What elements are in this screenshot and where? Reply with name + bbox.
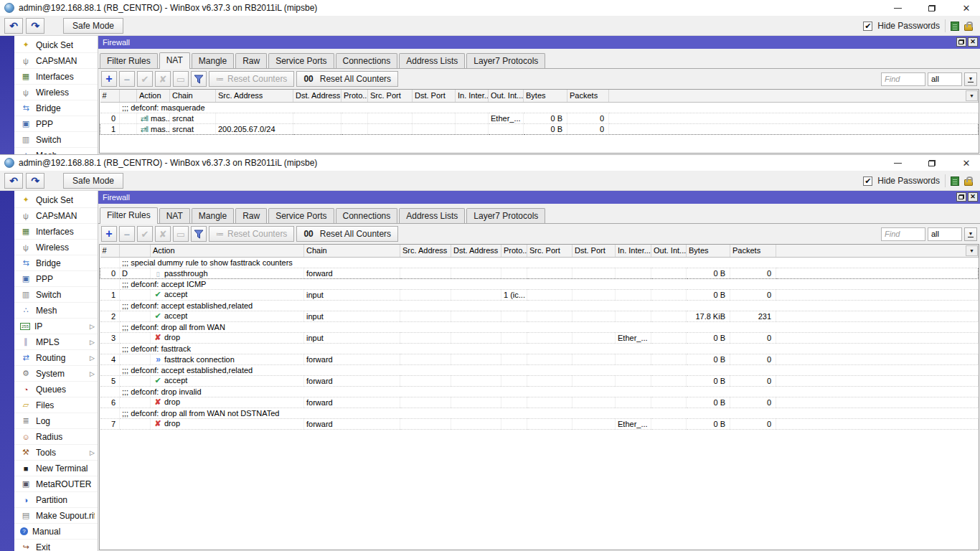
filter-button[interactable] [191, 226, 207, 242]
find-input[interactable] [881, 72, 925, 86]
sidebar-item-bridge[interactable]: ⇆Bridge [14, 100, 98, 116]
sidebar-item-capsman[interactable]: ψCAPsMAN [14, 208, 98, 224]
hide-passwords-checkbox[interactable]: ✔ [863, 176, 872, 186]
sidebar-item-log[interactable]: ≣Log [14, 413, 98, 429]
restore-button[interactable] [924, 156, 940, 169]
scope-dropdown-button[interactable]: ▼ [964, 72, 977, 86]
column-header-chain[interactable]: Chain [170, 90, 216, 102]
column-header-packets[interactable]: Packets [567, 90, 609, 102]
rule-row[interactable]: 4»fasttrack connectionforward0 B0 [100, 354, 979, 364]
panel-close-button[interactable]: ✕ [968, 37, 978, 47]
reset-all-counters-button[interactable]: 00 Reset All Counters [296, 226, 398, 242]
undo-button[interactable]: ↶ [4, 18, 23, 34]
rule-row[interactable]: 5✔acceptforward0 B0 [100, 375, 979, 386]
filter-scope-select[interactable]: all [928, 72, 962, 86]
safe-mode-button[interactable]: Safe Mode [63, 18, 123, 34]
enable-rule-button[interactable]: ✔ [137, 71, 153, 87]
column-header-action[interactable]: Action [137, 90, 170, 102]
column-header-dst-address[interactable]: Dst. Address [451, 245, 501, 257]
minimize-button[interactable] [890, 1, 905, 14]
sidebar-item-exit[interactable]: ↪Exit [14, 540, 98, 551]
sidebar-item-interfaces[interactable]: ▦Interfaces [14, 224, 98, 240]
column-header-packets[interactable]: Packets [730, 245, 776, 257]
comment-button[interactable]: ▭ [173, 71, 189, 87]
tab-layer7-protocols[interactable]: Layer7 Protocols [466, 208, 545, 223]
rule-row[interactable]: 1✔acceptinput1 (ic...0 B0 [100, 289, 979, 300]
column-dropdown-button[interactable]: ▼ [966, 245, 978, 256]
redo-button[interactable]: ↷ [26, 18, 44, 34]
sidebar-item-make-supout-rif[interactable]: ▤Make Supout.rif [14, 508, 98, 524]
sidebar-item-files[interactable]: ▱Files [14, 397, 98, 413]
tab-filter-rules[interactable]: Filter Rules [100, 207, 158, 224]
sidebar-item-wireless[interactable]: ψWireless [14, 85, 98, 100]
redo-button[interactable]: ↷ [26, 173, 44, 189]
tab-address-lists[interactable]: Address Lists [399, 208, 465, 223]
column-header-src-address[interactable]: Src. Address [216, 90, 293, 102]
title-bar[interactable]: admin@192.168.88.1 (RB_CENTRO) - WinBox … [0, 155, 980, 171]
disable-rule-button[interactable]: ✘ [155, 226, 171, 242]
add-rule-button[interactable]: + [101, 226, 117, 242]
column-header-src-address[interactable]: Src. Address [400, 245, 451, 257]
sidebar-item-wireless[interactable]: ψWireless [14, 240, 98, 255]
column-header-src-port[interactable]: Src. Port [368, 90, 413, 102]
rule-row[interactable]: 0D▯passthroughforward0 B0 [100, 268, 979, 278]
rule-row[interactable]: 0⇄‖mas...srcnatEther_...0 B0 [100, 113, 979, 123]
column-header-out-int[interactable]: Out. Int... [651, 245, 687, 257]
comment-button[interactable]: ▭ [173, 226, 189, 242]
enable-rule-button[interactable]: ✔ [137, 226, 153, 242]
tab-connections[interactable]: Connections [336, 208, 398, 223]
sidebar-item-quick-set[interactable]: ✦Quick Set [14, 37, 98, 53]
column-header-src-port[interactable]: Src. Port [527, 245, 573, 257]
rule-row[interactable]: 2✔acceptinput17.8 KiB231 [100, 311, 979, 321]
sidebar-item-queues[interactable]: ◔Queues [14, 382, 98, 397]
minimize-button[interactable] [890, 156, 905, 169]
sidebar-item-switch[interactable]: ▥Switch [14, 287, 98, 303]
undo-button[interactable]: ↶ [4, 173, 23, 189]
sidebar-item-metarouter[interactable]: ▣MetaROUTER [14, 476, 98, 492]
tab-raw[interactable]: Raw [235, 53, 267, 68]
sidebar-item-switch[interactable]: ▥Switch [14, 132, 98, 148]
tab-layer7-protocols[interactable]: Layer7 Protocols [466, 53, 545, 68]
add-rule-button[interactable]: + [101, 71, 117, 87]
column-header-flag[interactable] [120, 90, 137, 102]
reset-all-counters-button[interactable]: 00 Reset All Counters [296, 71, 398, 87]
column-header-flag[interactable] [120, 245, 151, 257]
sidebar-item-system[interactable]: ⚙System▷ [14, 366, 98, 382]
scope-dropdown-button[interactable]: ▼ [964, 227, 977, 241]
panel-restore-button[interactable] [956, 37, 966, 47]
tab-mangle[interactable]: Mangle [192, 208, 234, 223]
sidebar-item-capsman[interactable]: ψCAPsMAN [14, 53, 98, 69]
sidebar-item-tools[interactable]: ⚒Tools▷ [14, 445, 98, 461]
column-header-bytes[interactable]: Bytes [687, 245, 730, 257]
remove-rule-button[interactable]: − [119, 71, 135, 87]
sidebar-item-manual[interactable]: ?Manual [14, 524, 98, 540]
rule-row[interactable]: 7✘dropforwardEther_...0 B0 [100, 418, 979, 429]
column-header-out-int[interactable]: Out. Int... [489, 90, 524, 102]
panel-restore-button[interactable] [956, 192, 966, 202]
column-header-action[interactable]: Action [151, 245, 304, 257]
sidebar-item-ppp[interactable]: ▣PPP [14, 116, 98, 132]
comment-row[interactable]: ;;; defconf: drop all from WAN [100, 321, 979, 332]
tab-connections[interactable]: Connections [336, 53, 398, 68]
hide-passwords-checkbox[interactable]: ✔ [863, 22, 872, 31]
column-header-in-inter[interactable]: In. Inter... [616, 245, 651, 257]
firewall-panel-titlebar[interactable]: Firewall ✕ [98, 191, 980, 204]
column-header-dst-address[interactable]: Dst. Address [293, 90, 341, 102]
sidebar-item-mpls[interactable]: ∥MPLS▷ [14, 334, 98, 350]
sidebar-item-partition[interactable]: ◑Partition [14, 492, 98, 508]
column-header-flag[interactable]: # [100, 90, 120, 102]
sidebar-item-new-terminal[interactable]: ■New Terminal [14, 461, 98, 476]
comment-row[interactable]: ;;; defconf: accept established,related [100, 364, 979, 375]
close-button[interactable]: ✕ [958, 156, 974, 169]
session-list-icon[interactable] [951, 176, 959, 186]
tab-service-ports[interactable]: Service Ports [268, 208, 334, 223]
remove-rule-button[interactable]: − [119, 226, 135, 242]
panel-close-button[interactable]: ✕ [968, 192, 978, 202]
rule-row[interactable]: 1⇄‖mas...srcnat200.205.67.0/240 B0 [100, 123, 979, 134]
column-header-dst-port[interactable]: Dst. Port [573, 245, 616, 257]
rule-row[interactable]: 6✘dropforward0 B0 [100, 397, 979, 408]
sidebar-item-mesh[interactable]: ∴Mesh [14, 148, 98, 154]
column-header-dst-port[interactable]: Dst. Port [413, 90, 456, 102]
sidebar-item-interfaces[interactable]: ▦Interfaces [14, 69, 98, 85]
comment-row[interactable]: ;;; defconf: accept established,related [100, 300, 979, 311]
